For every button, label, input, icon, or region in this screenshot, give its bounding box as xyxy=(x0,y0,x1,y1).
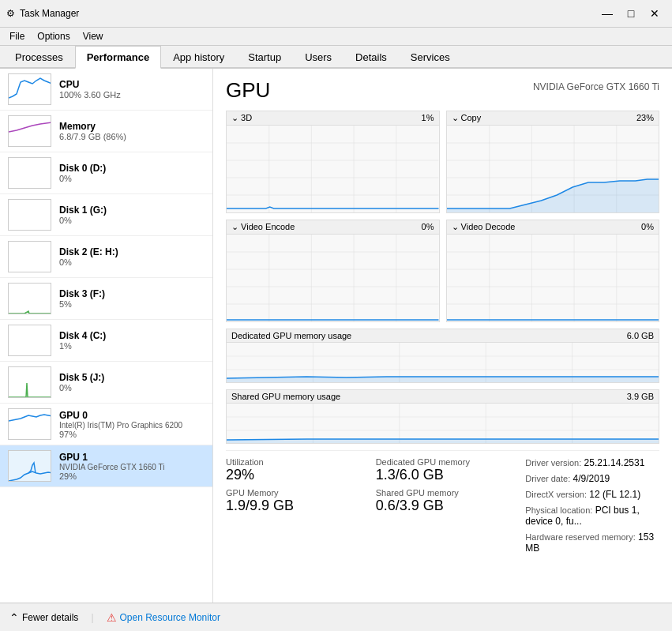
chart-copy-label: ⌄ Copy 23% xyxy=(447,111,659,126)
chart-copy-name: ⌄ Copy xyxy=(452,113,482,123)
title-bar: ⚙ Task Manager — □ ✕ xyxy=(0,0,672,28)
cpu-title: CPU xyxy=(59,79,205,90)
chart-vencode-name: ⌄ Video Encode xyxy=(231,222,295,232)
gpu-memory-row: GPU Memory 1.9/9.9 GB xyxy=(226,488,360,514)
gpu0-sub2: 97% xyxy=(59,430,205,439)
chart-vdecode-label: ⌄ Video Decode 0% xyxy=(447,220,659,235)
menu-options[interactable]: Options xyxy=(31,29,76,43)
sidebar-item-memory[interactable]: Memory 6.8/7.9 GB (86%) xyxy=(0,111,212,152)
menu-view[interactable]: View xyxy=(77,29,110,43)
tab-processes[interactable]: Processes xyxy=(3,46,75,69)
disk5-thumbnail xyxy=(8,366,51,398)
gpu0-title: GPU 0 xyxy=(59,410,205,421)
disk4-info: Disk 4 (C:) 1% xyxy=(59,330,205,351)
gpu1-title: GPU 1 xyxy=(59,452,205,463)
svg-marker-56 xyxy=(227,439,659,443)
sidebar-item-disk4[interactable]: Disk 4 (C:) 1% xyxy=(0,320,212,362)
chart-video-encode: ⌄ Video Encode 0% xyxy=(226,220,440,322)
chart-vdecode-name: ⌄ Video Decode xyxy=(452,222,516,232)
maximize-button[interactable]: □ xyxy=(620,5,642,22)
info-col-memory: Dedicated GPU memory 1.3/6.0 GB Shared G… xyxy=(376,457,510,558)
chart-video-decode: ⌄ Video Decode 0% xyxy=(446,220,660,322)
disk0-sub: 0% xyxy=(59,174,205,183)
sidebar-item-disk1[interactable]: Disk 1 (G:) 0% xyxy=(0,194,212,236)
svg-rect-0 xyxy=(9,74,51,105)
chart-vdecode-area xyxy=(447,235,659,321)
tab-app-history[interactable]: App history xyxy=(161,46,236,69)
gpu-memory-key: GPU Memory xyxy=(226,488,360,498)
dedicated-memory-chart xyxy=(227,343,659,382)
bottom-bar: ⌃ Fewer details | ⚠ Open Resource Monito… xyxy=(0,603,672,631)
window-controls: — □ ✕ xyxy=(596,5,666,22)
close-button[interactable]: ✕ xyxy=(644,5,666,22)
disk0-info: Disk 0 (D:) 0% xyxy=(59,163,205,183)
sidebar-item-disk0[interactable]: Disk 0 (D:) 0% xyxy=(0,152,212,194)
gpu0-thumbnail xyxy=(8,408,51,440)
sidebar-item-disk5[interactable]: Disk 5 (J:) 0% xyxy=(0,362,212,404)
gpu1-info: GPU 1 NVIDIA GeForce GTX 1660 Ti 29% xyxy=(59,452,205,481)
minimize-button[interactable]: — xyxy=(596,5,618,22)
svg-rect-5 xyxy=(9,284,51,314)
dedicated-memory-box: Dedicated GPU memory usage 6.0 GB xyxy=(226,329,659,383)
chart-copy-percent: 23% xyxy=(636,113,654,123)
info-section: Utilization 29% GPU Memory 1.9/9.9 GB De… xyxy=(226,450,659,558)
memory-thumbnail xyxy=(8,115,51,147)
device-name: NVIDIA GeForce GTX 1660 Ti xyxy=(533,81,659,92)
disk2-info: Disk 2 (E: H:) 0% xyxy=(59,246,205,267)
disk1-sub: 0% xyxy=(59,216,205,225)
shared-memory-max: 3.9 GB xyxy=(627,392,654,401)
driver-version-row: Driver version: 25.21.14.2531 xyxy=(525,457,659,468)
driver-version-key: Driver version: xyxy=(525,458,581,468)
chevron-down-icon: ⌃ xyxy=(9,611,19,624)
sidebar-item-disk2[interactable]: Disk 2 (E: H:) 0% xyxy=(0,236,212,278)
menu-file[interactable]: File xyxy=(3,29,31,43)
directx-value: 12 (FL 12.1) xyxy=(589,489,640,500)
gpu1-thumbnail xyxy=(8,450,51,482)
disk1-info: Disk 1 (G:) 0% xyxy=(59,205,205,225)
disk3-sub: 5% xyxy=(59,299,205,309)
sidebar-item-disk3[interactable]: Disk 3 (F:) 5% xyxy=(0,278,212,320)
content-title: GPU xyxy=(226,78,270,103)
gpu1-sub2: 29% xyxy=(59,471,205,481)
driver-date-key: Driver date: xyxy=(525,474,570,483)
main-layout: CPU 100% 3.60 GHz Memory 6.8/7.9 GB (86%… xyxy=(0,69,672,629)
tab-bar: Processes Performance App history Startu… xyxy=(0,46,672,69)
dedicated-mem-row: Dedicated GPU memory 1.3/6.0 GB xyxy=(376,457,510,483)
chart-3d-area xyxy=(227,126,439,212)
dedicated-memory-max: 6.0 GB xyxy=(627,331,654,340)
hw-reserved-row: Hardware reserved memory: 153 MB xyxy=(525,531,659,554)
sidebar-item-gpu1[interactable]: GPU 1 NVIDIA GeForce GTX 1660 Ti 29% xyxy=(0,445,212,487)
physical-location-row: Physical location: PCI bus 1, device 0, … xyxy=(525,505,659,527)
svg-rect-3 xyxy=(9,200,51,231)
menu-bar: File Options View xyxy=(0,28,672,46)
disk0-title: Disk 0 (D:) xyxy=(59,163,205,174)
cpu-thumbnail xyxy=(8,73,51,105)
shared-memory-box: Shared GPU memory usage 3.9 GB xyxy=(226,389,659,444)
tab-startup[interactable]: Startup xyxy=(236,46,293,69)
info-col-utilization: Utilization 29% GPU Memory 1.9/9.9 GB xyxy=(226,457,360,558)
dedicated-mem-value: 1.3/6.0 GB xyxy=(376,467,510,483)
shared-mem-key: Shared GPU memory xyxy=(376,488,510,498)
chart-copy-area xyxy=(447,126,659,212)
fewer-details-button[interactable]: ⌃ Fewer details xyxy=(9,611,78,624)
tab-services[interactable]: Services xyxy=(399,46,462,69)
shared-mem-value: 0.6/3.9 GB xyxy=(376,498,510,514)
disk0-thumbnail xyxy=(8,157,51,189)
chart-3d-name: ⌄ 3D xyxy=(231,113,252,123)
driver-date-value: 4/9/2019 xyxy=(573,473,610,484)
tab-performance[interactable]: Performance xyxy=(75,46,161,69)
app-title: Task Manager xyxy=(20,8,79,19)
cpu-info: CPU 100% 3.60 GHz xyxy=(59,79,205,100)
gpu1-sub: NVIDIA GeForce GTX 1660 Ti xyxy=(59,463,205,471)
svg-rect-7 xyxy=(9,367,51,398)
svg-rect-4 xyxy=(9,242,51,272)
gpu0-info: GPU 0 Intel(R) Iris(TM) Pro Graphics 620… xyxy=(59,410,205,439)
gpu0-sub: Intel(R) Iris(TM) Pro Graphics 6200 xyxy=(59,421,205,430)
tab-users[interactable]: Users xyxy=(293,46,344,69)
open-resource-monitor-button[interactable]: ⚠ Open Resource Monitor xyxy=(107,611,220,624)
tab-details[interactable]: Details xyxy=(344,46,399,69)
disk4-sub: 1% xyxy=(59,341,205,351)
sidebar-item-gpu0[interactable]: GPU 0 Intel(R) Iris(TM) Pro Graphics 620… xyxy=(0,404,212,445)
sidebar-item-cpu[interactable]: CPU 100% 3.60 GHz xyxy=(0,69,212,111)
disk4-title: Disk 4 (C:) xyxy=(59,330,205,341)
